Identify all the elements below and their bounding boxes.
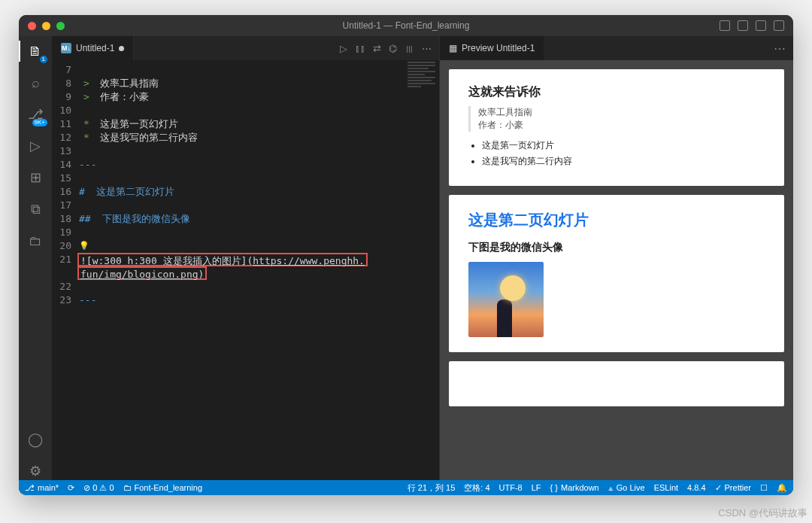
- status-feedback-icon[interactable]: ☐: [760, 482, 768, 494]
- code-content[interactable]: > 效率工具指南> 作者：小豪* 这是第一页幻灯片* 这是我写的第二行内容---…: [79, 60, 404, 480]
- editor-tabs: M↓ Untitled-1 ▷ ⫿⫿ ⇄ ⌬ ⫼ ⋯: [52, 36, 439, 60]
- diff-icon[interactable]: ⇄: [373, 43, 381, 54]
- unsaved-indicator-icon: [119, 46, 124, 51]
- preview-more-icon[interactable]: ⋯: [774, 41, 793, 56]
- code-line[interactable]: ![w:300 h:300 这是我插入的图片](https://www.peng…: [79, 253, 404, 266]
- app-window: Untitled-1 — Font-End_learning 🗎1 ⌕ ⎇9K+…: [19, 15, 793, 495]
- activity-bar: 🗎1 ⌕ ⎇9K+ ▷ ⊞ ⧉ 🗀 ◯ ⚙: [19, 36, 52, 480]
- code-line[interactable]: [79, 280, 404, 293]
- slide2-image: [468, 262, 544, 337]
- editor-actions: ▷ ⫿⫿ ⇄ ⌬ ⫼ ⋯: [340, 43, 439, 54]
- status-folder[interactable]: 🗀 Font-End_learning: [123, 483, 203, 492]
- preview-file-icon: ▦: [449, 43, 457, 53]
- preview-tab-label: Preview Untitled-1: [462, 43, 535, 53]
- status-branch[interactable]: ⎇ main*: [25, 483, 59, 493]
- status-cursor[interactable]: 行 21，列 15: [408, 482, 456, 494]
- code-line[interactable]: > 作者：小豪: [79, 90, 404, 104]
- slide-2: 这是第二页幻灯片 下图是我的微信头像: [449, 195, 784, 352]
- status-encoding[interactable]: UTF-8: [499, 482, 523, 494]
- markdown-file-icon: M↓: [61, 43, 71, 53]
- preview-tab[interactable]: ▦ Preview Untitled-1: [440, 36, 544, 60]
- code-line[interactable]: * 这是第一页幻灯片: [79, 117, 404, 131]
- slide-3: [449, 361, 784, 406]
- explorer-icon[interactable]: 🗎1: [26, 42, 44, 60]
- titlebar: Untitled-1 — Font-End_learning: [19, 15, 793, 36]
- slide1-bullet1: 这是第一页幻灯片: [482, 139, 765, 152]
- preview-content[interactable]: 这就来告诉你 效率工具指南 作者：小豪 这是第一页幻灯片 这是我写的第二行内容 …: [440, 60, 793, 480]
- code-line[interactable]: [79, 199, 404, 212]
- code-line[interactable]: [79, 172, 404, 185]
- folder-icon[interactable]: 🗀: [26, 232, 44, 250]
- slide1-meta1: 效率工具指南: [478, 106, 765, 119]
- code-line[interactable]: 💡: [79, 239, 404, 253]
- settings-icon[interactable]: ⚙: [26, 462, 44, 480]
- watermark: CSDN @代码讲故事: [718, 506, 807, 520]
- slide2-subheading: 下图是我的微信头像: [468, 241, 765, 254]
- preview-group: ▦ Preview Untitled-1 ⋯ 这就来告诉你 效率工具指南 作者：…: [440, 36, 793, 480]
- slide1-title: 这就来告诉你: [468, 84, 765, 100]
- extensions-icon[interactable]: ⊞: [26, 169, 44, 187]
- layout-icon[interactable]: ⫼: [404, 43, 414, 54]
- code-line[interactable]: * 这是我写的第二行内容: [79, 131, 404, 144]
- minimap[interactable]: [404, 60, 439, 480]
- status-prettier[interactable]: ✓ Prettier: [715, 482, 751, 494]
- text-editor[interactable]: 7891011121314151617181920212223 > 效率工具指南…: [52, 60, 439, 480]
- account-icon[interactable]: ◯: [26, 430, 44, 449]
- status-golive[interactable]: ⟁ Go Live: [608, 482, 645, 494]
- code-line[interactable]: [79, 226, 404, 239]
- slide1-bullet2: 这是我写的第二行内容: [482, 155, 765, 168]
- line-numbers: 7891011121314151617181920212223: [52, 60, 79, 480]
- status-bar: ⎇ main* ⟳ ⊘ 0 ⚠ 0 🗀 Font-End_learning 行 …: [19, 480, 793, 495]
- status-eol[interactable]: LF: [532, 482, 541, 494]
- status-sync[interactable]: ⟳: [68, 483, 74, 493]
- preview-icon[interactable]: ⌬: [389, 43, 397, 54]
- remote-icon[interactable]: ⧉: [26, 200, 44, 218]
- code-line[interactable]: ---: [79, 293, 404, 307]
- code-line[interactable]: # 这是第二页幻灯片: [79, 185, 404, 199]
- code-line[interactable]: ---: [79, 158, 404, 172]
- status-problems[interactable]: ⊘ 0 ⚠ 0: [83, 483, 114, 493]
- slide-1: 这就来告诉你 效率工具指南 作者：小豪 这是第一页幻灯片 这是我写的第二行内容: [449, 69, 784, 186]
- status-indent[interactable]: 空格: 4: [464, 482, 489, 494]
- search-icon[interactable]: ⌕: [26, 74, 44, 92]
- split-icon[interactable]: ⫿⫿: [355, 43, 365, 54]
- status-language[interactable]: { } Markdown: [550, 482, 599, 494]
- editor-group: M↓ Untitled-1 ▷ ⫿⫿ ⇄ ⌬ ⫼ ⋯ 7891011121314…: [52, 36, 439, 480]
- code-line[interactable]: ## 下图是我的微信头像: [79, 212, 404, 226]
- source-control-icon[interactable]: ⎇9K+: [26, 105, 44, 123]
- window-title: Untitled-1 — Font-End_learning: [19, 20, 793, 31]
- editor-tab-untitled[interactable]: M↓ Untitled-1: [52, 36, 134, 60]
- status-version[interactable]: 4.8.4: [687, 482, 705, 494]
- slide2-heading: 这是第二页幻灯片: [468, 210, 765, 230]
- tab-label: Untitled-1: [76, 43, 114, 53]
- status-eslint[interactable]: ESLint: [654, 482, 678, 494]
- code-line[interactable]: [79, 144, 404, 158]
- preview-tabs: ▦ Preview Untitled-1 ⋯: [440, 36, 793, 60]
- more-icon[interactable]: ⋯: [422, 43, 432, 54]
- slide1-meta2: 作者：小豪: [478, 119, 765, 132]
- status-bell-icon[interactable]: 🔔: [777, 482, 787, 494]
- code-line[interactable]: > 效率工具指南: [79, 77, 404, 90]
- run-cell-icon[interactable]: ▷: [340, 43, 347, 54]
- run-icon[interactable]: ▷: [26, 137, 44, 155]
- code-line[interactable]: fun/img/blogicon.png): [79, 266, 404, 280]
- code-line[interactable]: [79, 104, 404, 117]
- code-line[interactable]: [79, 63, 404, 77]
